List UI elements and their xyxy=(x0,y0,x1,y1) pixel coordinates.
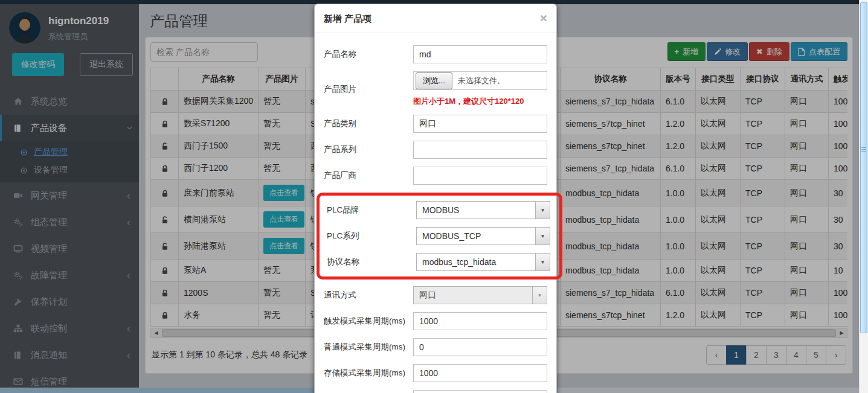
image-size-hint: 图片小于1M，建议尺寸120*120 xyxy=(413,96,547,107)
product-vendor-label: 产品厂商 xyxy=(324,170,413,181)
normal-period-label: 普通模式采集周期(ms) xyxy=(324,342,413,353)
browse-button[interactable]: 浏览... xyxy=(416,72,452,89)
product-name-label: 产品名称 xyxy=(324,49,413,60)
next-field[interactable] xyxy=(413,390,547,393)
close-icon[interactable]: × xyxy=(540,13,547,22)
modal-title: 新增 产品项 xyxy=(324,13,371,25)
caret-down-icon[interactable]: ▼ xyxy=(535,202,550,219)
comm-mode-select: 网口 ▼ xyxy=(413,286,547,304)
caret-down-icon[interactable]: ▼ xyxy=(535,228,550,244)
product-category-field[interactable] xyxy=(413,115,547,133)
scroll-grip-icon xyxy=(861,147,866,153)
vertical-scrollbar[interactable] xyxy=(859,0,868,393)
product-vendor-field[interactable] xyxy=(413,167,547,185)
protocol-name-select[interactable]: modbus_tcp_hidata ▼ xyxy=(416,253,550,271)
plc-series-select[interactable]: MODBUS_TCP ▼ xyxy=(416,227,550,245)
plc-brand-label: PLC品牌 xyxy=(327,205,416,216)
product-name-field[interactable] xyxy=(413,45,547,63)
no-file-text: 未选择文件。 xyxy=(458,75,505,86)
comm-mode-label: 通讯方式 xyxy=(324,290,413,301)
storage-period-label: 存储模式采集周期(ms) xyxy=(324,368,413,379)
storage-period-field[interactable] xyxy=(413,364,547,382)
plc-series-label: PLC系列 xyxy=(327,231,416,241)
product-series-label: 产品系列 xyxy=(324,144,413,155)
caret-down-icon[interactable]: ▼ xyxy=(535,254,550,270)
file-input[interactable]: 浏览... 未选择文件。 xyxy=(413,71,547,90)
add-product-modal: 新增 产品项 × 产品名称 产品图片 浏览... 未选择文件。 图片小于1M，建… xyxy=(314,4,557,393)
highlight-annotation: PLC品牌 MODBUS ▼ PLC系列 MODBUS_TCP ▼ 协议名称 m… xyxy=(317,193,562,280)
trigger-period-field[interactable] xyxy=(413,312,547,330)
protocol-name-label: 协议名称 xyxy=(327,257,416,267)
trigger-period-label: 触发模式采集周期(ms) xyxy=(324,316,413,327)
product-image-label: 产品图片 xyxy=(324,84,413,95)
caret-down-icon: ▼ xyxy=(532,287,547,304)
plc-brand-select[interactable]: MODBUS ▼ xyxy=(416,201,550,219)
normal-period-field[interactable] xyxy=(413,338,547,356)
vertical-scroll-thumb[interactable] xyxy=(860,2,867,333)
product-category-label: 产品类别 xyxy=(324,118,413,129)
product-series-field[interactable] xyxy=(413,141,547,159)
